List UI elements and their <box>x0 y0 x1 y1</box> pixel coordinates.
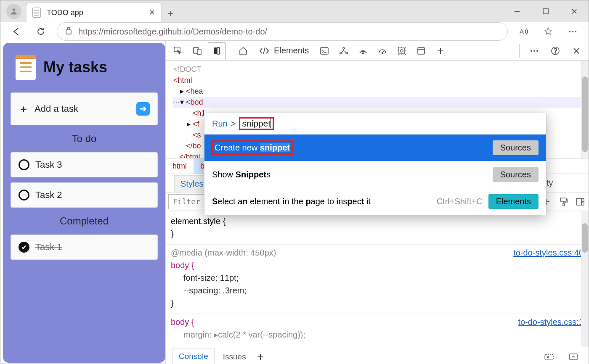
help-icon[interactable] <box>547 42 564 60</box>
application-tab-icon[interactable] <box>412 42 430 60</box>
drawer-errors-icon[interactable] <box>541 348 557 364</box>
svg-point-0 <box>13 8 16 11</box>
source-link[interactable]: to-do-styles.css:1 <box>518 316 584 328</box>
submit-arrow-icon[interactable]: ➜ <box>136 102 150 116</box>
palette-input-row: Run > snippet <box>204 113 546 134</box>
memory-tab-icon[interactable] <box>393 42 411 60</box>
palette-item-show-snippets[interactable]: Show Snippets Sources <box>204 161 546 188</box>
titlebar: TODO app ✕ ＋ <box>0 0 589 22</box>
drawer-console-tab[interactable]: Console <box>172 348 215 364</box>
devtools-tabstrip: Elements <box>166 41 589 61</box>
check-icon[interactable]: ✔ <box>19 242 29 253</box>
more-menu-icon[interactable] <box>564 23 581 40</box>
drawer-issues-tab[interactable]: Issues <box>223 352 246 361</box>
content-area: My tasks ＋ Add a task ➜ To do Task 3 Tas… <box>0 41 589 364</box>
dom-node[interactable]: <f <box>193 119 199 129</box>
browser-tab[interactable]: TODO app ✕ <box>27 3 161 22</box>
sources-tab-icon[interactable] <box>335 42 353 60</box>
breadcrumb-html[interactable]: html <box>166 158 194 174</box>
welcome-tab-icon[interactable] <box>208 42 226 60</box>
radio-unchecked-icon[interactable] <box>19 190 29 200</box>
palette-item-create-snippet[interactable]: Create new snippet Sources <box>204 134 546 161</box>
dom-node[interactable]: </bo <box>186 142 201 150</box>
css-property[interactable]: font-size: 11pt; <box>171 272 584 284</box>
source-link[interactable]: to-do-styles.css:40 <box>513 246 584 259</box>
tab-elements[interactable]: Elements <box>254 42 314 60</box>
palette-item-select-element[interactable]: Select an element in the page to inspect… <box>204 188 546 215</box>
lock-icon <box>65 26 72 37</box>
svg-point-27 <box>531 50 532 52</box>
css-property[interactable]: margin: ▸calc(2 * var(--spacing)); <box>171 328 584 341</box>
svg-point-31 <box>555 53 556 53</box>
row-match: snippet <box>260 143 290 152</box>
svg-rect-42 <box>545 354 553 360</box>
palette-input[interactable]: snippet <box>239 117 274 130</box>
device-emulation-icon[interactable] <box>188 42 206 60</box>
row-shortcut: Ctrl+Shift+C <box>437 197 483 206</box>
radio-unchecked-icon[interactable] <box>19 159 29 170</box>
maximize-button[interactable] <box>531 0 560 22</box>
svg-text:A: A <box>520 28 524 35</box>
home-icon[interactable] <box>234 42 252 60</box>
new-tab-button[interactable]: ＋ <box>161 4 180 22</box>
profile-avatar[interactable] <box>6 4 21 19</box>
selected-row-menu-icon[interactable]: ⋯ <box>172 97 180 108</box>
task-label: Task 2 <box>35 190 62 200</box>
close-tab-icon[interactable]: ✕ <box>149 8 155 17</box>
close-window-button[interactable] <box>560 0 589 22</box>
address-bar[interactable]: https://microsoftedge.github.io/Demos/de… <box>57 22 508 41</box>
refresh-button[interactable] <box>32 23 49 40</box>
paint-icon[interactable] <box>555 193 572 210</box>
browser-toolbar: https://microsoftedge.github.io/Demos/de… <box>0 22 589 41</box>
network-tab-icon[interactable] <box>354 42 372 60</box>
close-devtools-icon[interactable] <box>568 42 585 60</box>
rule-selector[interactable]: body { <box>171 317 194 327</box>
command-palette: Run > snippet Create new snippet Sources… <box>204 113 547 215</box>
svg-point-28 <box>533 50 535 52</box>
svg-rect-12 <box>197 49 201 55</box>
console-tab-icon[interactable] <box>316 42 333 60</box>
scrollbar[interactable] <box>581 61 589 158</box>
rule-selector[interactable]: body { <box>171 261 194 270</box>
add-task-button[interactable]: ＋ Add a task ➜ <box>11 92 158 125</box>
svg-point-19 <box>363 53 364 54</box>
svg-rect-13 <box>214 47 217 54</box>
more-tabs-icon[interactable] <box>432 42 449 60</box>
section-todo: To do <box>11 133 158 145</box>
svg-rect-14 <box>217 47 220 54</box>
row-text: Show <box>212 170 236 179</box>
drawer-add-tab-icon[interactable] <box>255 348 266 364</box>
dom-node[interactable]: </html <box>179 153 200 158</box>
dom-node[interactable]: <s <box>193 131 201 139</box>
devtools-drawer: Console Issues <box>166 347 589 364</box>
css-property[interactable]: --spacing: .3rem; <box>171 284 584 297</box>
task-row[interactable]: Task 3 <box>11 152 158 177</box>
todo-favicon-icon <box>32 8 41 18</box>
favorite-icon[interactable] <box>540 23 557 40</box>
styles-body[interactable]: element.style { } @media (max-width: 450… <box>166 211 589 347</box>
dom-node[interactable]: <bod <box>186 97 203 108</box>
svg-point-22 <box>401 50 403 52</box>
run-label: Run <box>212 119 228 129</box>
rule-brace: } <box>171 227 584 240</box>
inspect-element-icon[interactable] <box>169 42 187 60</box>
caret-icon: > <box>231 119 236 129</box>
task-row[interactable]: Task 2 <box>11 182 158 208</box>
dom-node[interactable]: <html <box>173 76 192 84</box>
plus-icon: ＋ <box>19 102 29 116</box>
task-label: Task 1 <box>35 242 62 253</box>
task-row-completed[interactable]: ✔ Task 1 <box>11 235 158 260</box>
computed-sidebar-icon[interactable] <box>572 193 589 210</box>
read-aloud-icon[interactable]: A <box>515 23 532 40</box>
devtools-more-icon[interactable] <box>525 42 543 60</box>
dom-node[interactable]: <hea <box>186 86 203 97</box>
svg-point-20 <box>382 52 383 53</box>
scrollbar[interactable] <box>581 211 589 347</box>
dom-node[interactable]: <h1 <box>193 109 206 117</box>
back-button[interactable] <box>8 23 25 40</box>
rule-selector[interactable]: element.style { <box>171 215 584 227</box>
minimize-button[interactable] <box>503 0 531 22</box>
performance-tab-icon[interactable] <box>374 42 391 60</box>
add-task-label: Add a task <box>34 103 78 114</box>
drawer-collapse-icon[interactable] <box>565 348 582 364</box>
